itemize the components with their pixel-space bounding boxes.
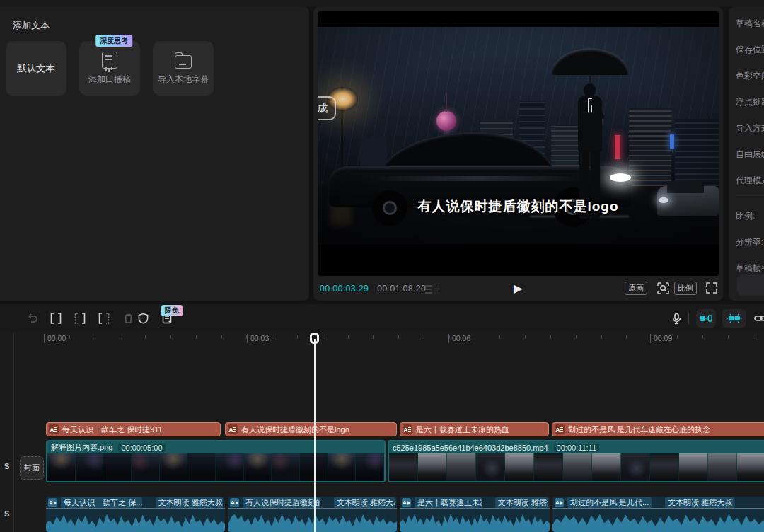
audio-track-badge[interactable]: S bbox=[4, 509, 9, 518]
voiceover-doc-icon bbox=[102, 52, 117, 69]
audio-clip-name: 是六十载赛道上未凉的... bbox=[415, 497, 482, 508]
settings-field: 草稿名称 bbox=[736, 18, 764, 30]
add-text-panel: 添加文本 默认文本 深度思考 添加口播稿 导入本地字幕 bbox=[0, 7, 309, 301]
text-to-speech-icon: A bbox=[48, 498, 57, 507]
track-header-strip bbox=[0, 332, 14, 532]
audio-waveform bbox=[552, 509, 764, 532]
audio-waveform bbox=[400, 509, 550, 532]
playhead-handle[interactable] bbox=[310, 333, 319, 344]
ruler-label: 00:00 bbox=[44, 334, 66, 343]
settings-param: 分辨率: bbox=[736, 236, 764, 248]
audio-clip[interactable]: A 是六十载赛道上未凉的... 文本朗读 雅痞大叔 bbox=[400, 497, 550, 532]
settings-field: 浮点链路 bbox=[736, 96, 764, 108]
audio-clip-name: 划过的不是风 是几代... bbox=[567, 497, 652, 508]
video-track-badge[interactable]: S bbox=[4, 462, 9, 470]
video-clip[interactable]: 解释图片内容.png 00:00:05:00 bbox=[46, 440, 386, 482]
text-clip[interactable]: A 每天认识一款车之 保时捷911 bbox=[46, 422, 221, 436]
audio-clip-name: 有人说保时捷盾徽刻的... bbox=[243, 497, 320, 508]
video-frame: 成 有人说保时捷盾徽刻的不是logo bbox=[318, 27, 719, 244]
settings-field: 代理模式 bbox=[736, 175, 764, 187]
cover-button[interactable]: 封面 bbox=[20, 456, 44, 480]
settings-param: 草稿帧率 bbox=[736, 262, 764, 274]
video-clip-name: c525e1985a5e56e41b4e6403d2be8850.mp4 bbox=[393, 444, 548, 452]
deep-think-badge: 深度思考 bbox=[96, 35, 132, 47]
toolbar-divider bbox=[688, 313, 689, 324]
ruler-label: 00:03 bbox=[247, 334, 269, 343]
draft-settings-panel: 草稿名称 保存位置 色彩空间 浮点链路 导入方式 自由层级 代理模式 比例: 分… bbox=[729, 7, 764, 301]
microphone-icon[interactable] bbox=[669, 311, 683, 325]
audio-waveform bbox=[46, 509, 225, 532]
text-to-speech-icon: A bbox=[402, 498, 411, 507]
settings-divider bbox=[736, 197, 764, 197]
video-preview[interactable]: 成 有人说保时捷盾徽刻的不是logo bbox=[318, 11, 719, 276]
split-keep-left-icon[interactable] bbox=[97, 311, 111, 325]
settings-bottom-card[interactable] bbox=[737, 274, 764, 296]
default-text-button[interactable]: 默认文本 bbox=[6, 41, 66, 96]
text-clip[interactable]: A 是六十载赛道上未凉的热血 bbox=[400, 422, 549, 436]
total-duration: 00:01:08:20 bbox=[377, 284, 426, 294]
settings-field: 自由层级 bbox=[736, 149, 764, 161]
linkage-button[interactable] bbox=[722, 309, 746, 328]
settings-field: 导入方式 bbox=[736, 122, 764, 134]
ruler-label: 00:09 bbox=[650, 334, 672, 343]
audio-clip[interactable]: A 每天认识一款车之 保... 文本朗读 雅痞大叔 bbox=[46, 497, 225, 532]
timeline: 00:00 00:03 00:06 00:09 S S 封面 A 每天认识一款车… bbox=[0, 332, 764, 532]
link-icon[interactable] bbox=[754, 311, 764, 325]
text-icon: A bbox=[49, 424, 59, 434]
panel-title: 添加文本 bbox=[13, 19, 50, 32]
undo-icon[interactable] bbox=[25, 311, 39, 325]
settings-field: 色彩空间 bbox=[736, 70, 764, 82]
audio-voice-label: 文本朗读 雅痞大叔 bbox=[665, 497, 735, 508]
text-to-speech-icon: A bbox=[555, 498, 564, 507]
import-subtitle-button[interactable]: 导入本地字幕 bbox=[153, 41, 214, 96]
audio-clip[interactable]: A 划过的不是风 是几代... 文本朗读 雅痞大叔 bbox=[552, 497, 764, 532]
video-editor-app: 添加文本 默认文本 深度思考 添加口播稿 导入本地字幕 bbox=[0, 0, 764, 532]
window-top-strip bbox=[0, 0, 764, 7]
play-button[interactable]: ▶ bbox=[514, 282, 522, 295]
text-icon: A bbox=[555, 424, 565, 434]
video-thumbnails bbox=[389, 453, 764, 481]
watermark-badge: 成 bbox=[318, 96, 336, 120]
settings-param: 比例: bbox=[736, 210, 764, 222]
preview-control-bar: 00:00:03:29 00:01:08:20 ▶ 原画 比例 bbox=[313, 276, 723, 301]
subtitle-text: 有人说保时捷盾徽刻的不是logo bbox=[318, 197, 719, 216]
settings-field: 保存位置 bbox=[736, 44, 764, 56]
audio-voice-label: 文本朗读 雅痞大叔 bbox=[156, 497, 223, 508]
video-thumbnails bbox=[47, 453, 384, 481]
text-to-speech-icon: A bbox=[230, 498, 239, 507]
delete-icon[interactable] bbox=[121, 311, 135, 325]
text-icon: A bbox=[228, 424, 238, 434]
audio-voice-label: 文本朗读 雅痞大叔 bbox=[334, 497, 395, 508]
segments-icon[interactable] bbox=[425, 284, 439, 294]
mask-icon[interactable] bbox=[136, 311, 150, 325]
auto-attach-button[interactable] bbox=[696, 309, 716, 328]
video-clip-duration: 00:00:11:11 bbox=[554, 444, 599, 452]
current-time: 00:00:03:29 bbox=[320, 284, 369, 294]
audio-voice-label: 文本朗读 雅痞大叔 bbox=[495, 497, 548, 508]
timeline-toolbar: 限免 bbox=[0, 304, 764, 332]
folder-icon bbox=[175, 55, 192, 69]
preview-panel: 成 有人说保时捷盾徽刻的不是logo 00:00:03:29 00:01:08:… bbox=[313, 7, 723, 301]
video-clip-duration: 00:00:05:00 bbox=[118, 444, 165, 452]
audio-clip[interactable]: A 有人说保时捷盾徽刻的... 文本朗读 雅痞大叔 bbox=[228, 497, 397, 532]
text-icon: A bbox=[403, 424, 412, 434]
audio-clip-name: 每天认识一款车之 保... bbox=[61, 497, 142, 508]
focus-zoom-icon[interactable] bbox=[657, 282, 669, 297]
video-clip[interactable]: c525e1985a5e56e41b4e6403d2be8850.mp4 00:… bbox=[388, 440, 764, 482]
add-voiceover-button[interactable]: 深度思考 添加口播稿 bbox=[79, 41, 140, 96]
original-quality-button[interactable]: 原画 bbox=[625, 282, 647, 295]
video-clip-name: 解释图片内容.png bbox=[51, 442, 112, 453]
playhead-line[interactable] bbox=[314, 339, 316, 532]
split-keep-right-icon[interactable] bbox=[73, 311, 87, 325]
fullscreen-icon[interactable] bbox=[706, 282, 717, 296]
text-clip[interactable]: A 有人说保时捷盾徽刻的不是logo bbox=[225, 422, 397, 436]
ratio-button[interactable]: 比例 bbox=[674, 282, 697, 295]
split-icon[interactable] bbox=[49, 311, 63, 325]
text-clip[interactable]: A 划过的不是风 是几代车迷藏在心底的执念 bbox=[552, 422, 764, 436]
ruler-label: 00:06 bbox=[448, 334, 470, 343]
audio-waveform bbox=[228, 509, 397, 532]
free-badge: 限免 bbox=[161, 305, 183, 316]
